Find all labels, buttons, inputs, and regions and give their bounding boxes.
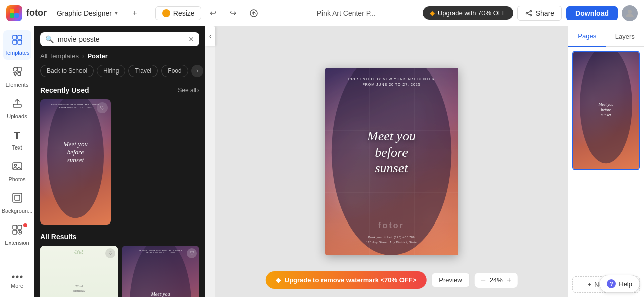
tab-layers[interactable]: Layers bbox=[606, 26, 645, 46]
sidebar-item-more[interactable]: More bbox=[3, 265, 31, 293]
all-results-header: All Results bbox=[40, 233, 199, 241]
extension-icon bbox=[12, 224, 23, 238]
clear-icon[interactable]: ✕ bbox=[188, 35, 194, 43]
svg-point-29 bbox=[20, 276, 22, 278]
svg-point-5 bbox=[530, 10, 531, 12]
add-page-button[interactable]: + bbox=[127, 5, 143, 21]
svg-rect-2 bbox=[10, 13, 14, 18]
sidebar-item-text[interactable]: T Text bbox=[3, 125, 31, 155]
svg-point-6 bbox=[530, 14, 531, 16]
result-template-1[interactable]: AUG 85-9 PM 22ndBirthday 🌿 ♡ bbox=[40, 246, 118, 297]
svg-rect-0 bbox=[10, 9, 14, 13]
download-button[interactable]: Download bbox=[566, 6, 618, 20]
heart-icon-result-1[interactable]: ♡ bbox=[105, 248, 115, 258]
help-button[interactable]: ? Help bbox=[599, 275, 640, 293]
filter-more-arrow[interactable]: › bbox=[191, 65, 203, 77]
share-button[interactable]: Share bbox=[517, 6, 562, 21]
poster-main-text: Meet you before sunset bbox=[367, 129, 416, 176]
filter-tag-travel[interactable]: Travel bbox=[128, 65, 158, 77]
svg-point-15 bbox=[13, 67, 17, 71]
svg-point-20 bbox=[14, 164, 16, 166]
heart-icon-recent-1[interactable]: ♡ bbox=[97, 102, 108, 113]
svg-rect-23 bbox=[13, 225, 17, 229]
sidebar-item-backgrounds-label: Backgroun... bbox=[2, 208, 33, 214]
canvas-poster[interactable]: PRESENTED BY NEW YORK ART CENTER FROM JU… bbox=[325, 68, 458, 255]
sidebar-item-extension[interactable]: Extension bbox=[3, 220, 31, 250]
chevron-down-icon: ▼ bbox=[114, 10, 119, 16]
sidebar-item-photos[interactable]: Photos bbox=[3, 157, 31, 186]
svg-rect-21 bbox=[13, 193, 22, 202]
page-thumb-1[interactable]: Meet you before sunset bbox=[572, 51, 640, 170]
poster-watermark: fotor bbox=[378, 221, 404, 230]
sidebar-item-uploads-label: Uploads bbox=[7, 113, 27, 119]
recent-template-1[interactable]: PRESENTED BY NEW YORK ART CENTERFROM JUN… bbox=[40, 99, 111, 225]
svg-rect-3 bbox=[14, 13, 19, 18]
svg-rect-24 bbox=[18, 225, 22, 229]
designer-label: Graphic Designer bbox=[57, 9, 112, 17]
svg-rect-12 bbox=[18, 35, 22, 39]
right-panel: Pages Layers Meet you before sunset + Ne… bbox=[568, 26, 644, 297]
panel-collapse-arrow[interactable]: ‹ bbox=[205, 26, 215, 46]
resize-icon bbox=[162, 9, 170, 17]
templates-panel: 🔍 ✕ All Templates › Poster Back to Schoo… bbox=[34, 26, 205, 297]
redo-button[interactable]: ↪ bbox=[225, 5, 242, 21]
sidebar-item-extension-label: Extension bbox=[5, 240, 29, 246]
resize-button[interactable]: Resize bbox=[155, 6, 201, 20]
sidebar-item-photos-label: Photos bbox=[8, 176, 25, 182]
templates-scroll-area: Recently Used See all › PRESENTED BY NEW… bbox=[34, 82, 205, 297]
diamond-icon-2: ◆ bbox=[276, 276, 281, 284]
undo-button[interactable]: ↩ bbox=[205, 5, 221, 21]
filter-tag-back-to-school[interactable]: Back to School bbox=[40, 65, 94, 77]
svg-point-7 bbox=[526, 12, 527, 14]
main-layout: Templates Elements Uploads T Text bbox=[0, 26, 644, 297]
filter-tag-hiring[interactable]: Hiring bbox=[97, 65, 125, 77]
right-panel-tabs: Pages Layers bbox=[568, 26, 644, 47]
sidebar-item-backgrounds[interactable]: Backgroun... bbox=[3, 188, 31, 218]
app-logo[interactable] bbox=[6, 5, 22, 21]
notification-dot bbox=[23, 223, 27, 227]
filter-tags-bar: Back to School Hiring Travel Food › bbox=[34, 65, 205, 82]
upgrade-watermark-button[interactable]: ◆ Upgrade to remove watermark <70% OFF> bbox=[266, 271, 427, 289]
plus-icon: + bbox=[588, 281, 592, 288]
search-input[interactable] bbox=[58, 35, 184, 43]
svg-rect-22 bbox=[15, 195, 20, 200]
elements-icon bbox=[12, 66, 23, 80]
templates-icon bbox=[12, 34, 23, 48]
topbar: fotor Graphic Designer ▼ + Resize ↩ ↪ Pi… bbox=[0, 0, 644, 26]
document-title[interactable]: Pink Art Center P... bbox=[274, 9, 419, 17]
tab-pages[interactable]: Pages bbox=[568, 26, 606, 47]
avatar[interactable] bbox=[622, 5, 638, 21]
zoom-in-button[interactable]: + bbox=[507, 276, 511, 285]
svg-rect-25 bbox=[13, 230, 17, 234]
separator-2 bbox=[268, 7, 268, 19]
designer-button[interactable]: Graphic Designer ▼ bbox=[53, 7, 123, 19]
sidebar-item-elements-label: Elements bbox=[6, 82, 29, 88]
all-results-grid: AUG 85-9 PM 22ndBirthday 🌿 ♡ PRESENTED B… bbox=[40, 246, 199, 297]
svg-point-10 bbox=[628, 10, 632, 14]
sidebar-item-elements[interactable]: Elements bbox=[3, 62, 31, 92]
filter-tag-food[interactable]: Food bbox=[161, 65, 188, 77]
svg-rect-17 bbox=[18, 72, 21, 76]
heart-icon-result-2[interactable]: ♡ bbox=[187, 248, 197, 258]
help-icon: ? bbox=[607, 279, 616, 288]
svg-line-8 bbox=[527, 11, 530, 12]
svg-rect-13 bbox=[13, 40, 17, 44]
breadcrumb-parent[interactable]: All Templates bbox=[40, 52, 79, 60]
canvas-area: PRESENTED BY NEW YORK ART CENTER FROM JU… bbox=[215, 26, 568, 297]
upload-button[interactable] bbox=[246, 5, 262, 21]
sidebar-item-templates[interactable]: Templates bbox=[3, 30, 31, 60]
breadcrumb: All Templates › Poster bbox=[34, 52, 205, 65]
preview-button[interactable]: Preview bbox=[431, 273, 469, 287]
svg-point-28 bbox=[16, 276, 18, 278]
upgrade-button[interactable]: ◆ Upgrade with 70% OFF bbox=[423, 6, 513, 20]
svg-rect-1 bbox=[14, 9, 19, 13]
zoom-out-button[interactable]: − bbox=[481, 276, 486, 285]
sidebar-item-uploads[interactable]: Uploads bbox=[3, 94, 31, 123]
zoom-controls: − 24% + bbox=[475, 273, 518, 288]
text-icon: T bbox=[14, 129, 20, 142]
upgrade-watermark-label: Upgrade to remove watermark <70% OFF> bbox=[285, 276, 417, 284]
result-template-2[interactable]: PRESENTED BY NEW YORK ART CENTERFROM JUN… bbox=[122, 246, 199, 297]
uploads-icon bbox=[12, 98, 23, 111]
see-all-button[interactable]: See all › bbox=[178, 87, 199, 94]
backgrounds-icon bbox=[12, 192, 23, 206]
